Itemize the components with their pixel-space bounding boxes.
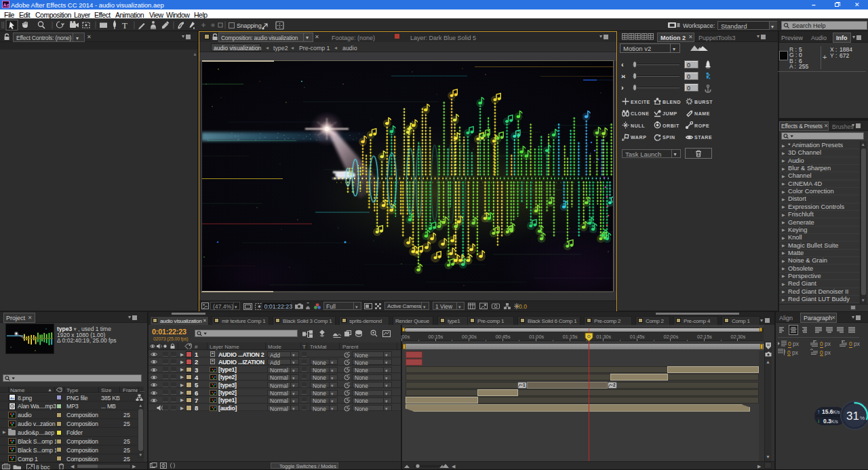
svg-text:31: 31 — [846, 410, 859, 423]
svg-text:T: T — [122, 20, 127, 31]
svg-text:%: % — [860, 415, 865, 421]
